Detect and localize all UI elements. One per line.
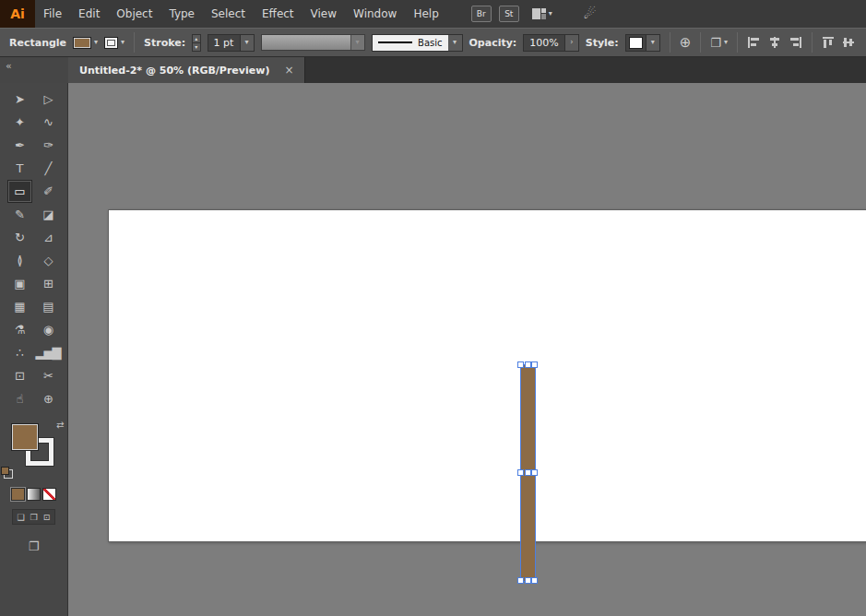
rotate-tool[interactable]: ↻ [7, 226, 32, 249]
brush-dropdown-button[interactable]: ▾ [448, 35, 462, 51]
fill-color-dropdown[interactable]: ▾ [73, 37, 98, 49]
type-tool[interactable]: T [7, 157, 32, 180]
style-dropdown[interactable]: ▾ [625, 34, 660, 52]
gradient-button[interactable] [27, 488, 41, 501]
collapse-icon: « [6, 60, 12, 72]
draw-behind-icon[interactable]: ❒ [28, 511, 40, 523]
blend-tool-icon: ◉ [43, 324, 53, 336]
artboard-tool[interactable]: ⊡ [7, 364, 32, 387]
selection-handle-top-center[interactable] [525, 361, 531, 368]
bridge-button[interactable]: Br [471, 6, 492, 22]
paintbrush-tool[interactable]: ✐ [36, 180, 61, 203]
touch-workspace-icon[interactable]: ☄ [584, 6, 596, 22]
menu-select[interactable]: Select [203, 0, 254, 28]
workspace-switcher[interactable]: ▾ [532, 8, 552, 19]
brush-name: Basic [418, 38, 442, 48]
stroke-color-swatch[interactable] [104, 37, 118, 49]
default-fill-stroke-icon[interactable] [4, 469, 13, 479]
align-left-button[interactable] [747, 33, 761, 52]
document-tab[interactable]: Untitled-2* @ 50% (RGB/Preview) × [68, 57, 305, 83]
menu-edit[interactable]: Edit [70, 0, 108, 28]
canvas[interactable] [68, 83, 866, 616]
slice-tool[interactable]: ✂ [36, 364, 61, 387]
menu-window[interactable]: Window [345, 0, 405, 28]
symbol-sprayer-tool[interactable]: ∴ [7, 341, 32, 364]
chevron-down-icon: ▾ [724, 39, 728, 46]
stroke-weight-dropdown-button[interactable]: ▾ [240, 35, 254, 51]
close-tab-icon[interactable]: × [284, 64, 293, 77]
pen-tool[interactable]: ✒ [7, 134, 32, 157]
color-button[interactable] [11, 488, 25, 501]
stepper-down-icon[interactable]: ▾ [193, 43, 199, 51]
none-button[interactable] [42, 488, 56, 501]
stroke-weight-combo[interactable]: 1 pt ▾ [208, 34, 255, 52]
opacity-combo[interactable]: 100% › [523, 34, 578, 52]
width-tool[interactable]: ≬ [7, 249, 32, 272]
menu-type[interactable]: Type [160, 0, 203, 28]
screen-mode-icon[interactable]: ❐ [29, 539, 40, 553]
fill-color-swatch[interactable] [73, 37, 91, 49]
direct-selection-tool[interactable]: ▷ [36, 88, 61, 111]
align-right-button[interactable] [789, 33, 802, 52]
menu-help[interactable]: Help [405, 0, 446, 28]
brush-definition-dropdown[interactable]: Basic ▾ [372, 34, 463, 52]
pencil-tool[interactable]: ✎ [7, 203, 32, 226]
blend-tool[interactable]: ◉ [36, 318, 61, 341]
column-graph-tool[interactable]: ▂▅▇ [36, 341, 61, 364]
style-dropdown-button[interactable]: ▾ [646, 35, 659, 51]
gradient-tool[interactable]: ▤ [36, 295, 61, 318]
hand-tool[interactable]: ☝ [7, 387, 32, 410]
align-top-button[interactable] [822, 33, 836, 52]
menu-bar-right: Br St ▾ ☄ [471, 6, 596, 22]
zoom-tool[interactable]: ⊕ [36, 387, 61, 410]
selection-handle-top-left[interactable] [517, 361, 524, 368]
rotate-tool-icon: ↻ [15, 231, 24, 243]
active-tool-label: Rectangle [9, 37, 66, 49]
free-transform-tool[interactable]: ◇ [36, 249, 61, 272]
menu-object[interactable]: Object [108, 0, 160, 28]
align-vcenter-button[interactable] [843, 33, 857, 52]
fill-color-well[interactable] [11, 423, 39, 451]
line-segment-tool[interactable]: ╱ [36, 157, 61, 180]
style-swatch [629, 37, 643, 49]
stroke-weight-stepper[interactable]: ▴ ▾ [192, 34, 200, 52]
menu-effect[interactable]: Effect [254, 0, 303, 28]
mesh-tool[interactable]: ▦ [7, 295, 32, 318]
menu-view[interactable]: View [303, 0, 345, 28]
selection-handle-middle-left[interactable] [517, 469, 524, 476]
shape-builder-tool[interactable]: ▣ [7, 272, 32, 295]
rectangle-tool[interactable]: ▭ [7, 180, 32, 203]
swap-fill-stroke-icon[interactable]: ⇄ [56, 420, 64, 430]
magic-wand-tool[interactable]: ✦ [7, 111, 32, 134]
selection-tool[interactable]: ➤ [7, 88, 32, 111]
selection-handle-bottom-right[interactable] [531, 577, 538, 584]
stepper-up-icon[interactable]: ▴ [193, 35, 199, 43]
lasso-tool[interactable]: ∿ [36, 111, 61, 134]
stock-button[interactable]: St [499, 6, 519, 22]
globe-icon[interactable]: ⊕ [680, 34, 692, 51]
opacity-flyout-button[interactable]: › [564, 35, 578, 51]
direct-selection-tool-icon: ▷ [44, 93, 53, 105]
selection-handle-center[interactable] [525, 469, 531, 476]
perspective-grid-tool[interactable]: ⊞ [36, 272, 61, 295]
paintbrush-tool-icon: ✐ [43, 185, 53, 197]
document-setup-dropdown[interactable]: ❐ ▾ [710, 36, 728, 50]
selection-handle-bottom-center[interactable] [525, 577, 531, 584]
opacity-value[interactable]: 100% [524, 35, 563, 51]
stroke-weight-value[interactable]: 1 pt [208, 35, 240, 51]
eraser-tool[interactable]: ◪ [36, 203, 61, 226]
draw-inside-icon[interactable]: ⊡ [41, 511, 53, 523]
scale-tool[interactable]: ⊿ [36, 226, 61, 249]
align-center-button[interactable] [767, 33, 781, 52]
selection-handle-top-right[interactable] [531, 361, 538, 368]
draw-normal-icon[interactable]: ❑ [15, 511, 27, 523]
curvature-tool[interactable]: ✑ [36, 134, 61, 157]
selection-handle-bottom-left[interactable] [517, 577, 524, 584]
menu-file[interactable]: File [35, 0, 70, 28]
eyedropper-tool[interactable]: ⚗ [7, 318, 32, 341]
pen-tool-icon: ✒ [15, 139, 24, 151]
stroke-color-dropdown[interactable]: ▾ [104, 37, 125, 49]
selection-handle-middle-right[interactable] [531, 469, 538, 476]
fill-stroke-widget: ⇄ [13, 425, 55, 468]
collapse-panels-button[interactable]: « [0, 57, 68, 83]
